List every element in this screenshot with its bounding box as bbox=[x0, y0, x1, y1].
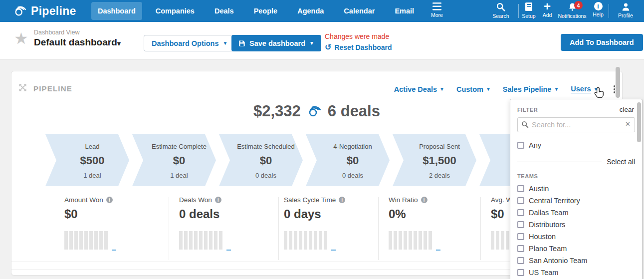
metric-sparkline bbox=[284, 230, 384, 250]
team-option-austin[interactable]: Austin bbox=[517, 183, 635, 195]
pipeline-stage-estimate-scheduled[interactable]: Estimate Scheduled$00 deals bbox=[219, 134, 303, 186]
nav-divider bbox=[609, 4, 609, 18]
checkbox[interactable] bbox=[517, 221, 524, 228]
sparkline-marker bbox=[331, 250, 336, 251]
widget-filter-sales-pipeline[interactable]: Sales Pipeline▼ bbox=[503, 85, 559, 93]
any-checkbox[interactable] bbox=[517, 142, 524, 149]
changes-made-message: Changes were made bbox=[325, 32, 389, 40]
profile-icon bbox=[621, 2, 631, 11]
team-option-houston[interactable]: Houston bbox=[517, 231, 635, 243]
checkbox[interactable] bbox=[517, 209, 524, 216]
sparkline-bar bbox=[289, 231, 292, 250]
sparkline-bar bbox=[199, 231, 203, 250]
stage-deal-count: 0 deals bbox=[316, 172, 390, 179]
move-icon[interactable] bbox=[18, 83, 27, 92]
team-option-us-team[interactable]: US Team bbox=[517, 267, 635, 279]
nav-item-agenda[interactable]: Agenda bbox=[291, 2, 330, 20]
checkbox[interactable] bbox=[517, 185, 524, 192]
nav-search-label: Search bbox=[492, 13, 509, 19]
checkbox[interactable] bbox=[517, 269, 524, 276]
metric-value: 0 days bbox=[284, 207, 384, 221]
filter-panel-scrollbar[interactable] bbox=[637, 102, 641, 142]
filter-any-option[interactable]: Any bbox=[517, 139, 635, 151]
sparkline-marker bbox=[112, 250, 116, 251]
nav-more[interactable]: More bbox=[422, 2, 452, 18]
nav-item-dashboard[interactable]: Dashboard bbox=[91, 2, 142, 20]
sparkline-bar bbox=[94, 231, 98, 250]
undo-icon bbox=[325, 42, 331, 52]
checkbox[interactable] bbox=[517, 245, 524, 252]
filter-label: Sales Pipeline bbox=[503, 85, 552, 93]
filter-label: Custom bbox=[456, 85, 483, 93]
save-icon bbox=[238, 40, 245, 47]
nav-item-email[interactable]: Email bbox=[388, 2, 421, 20]
team-label: San Antonio Team bbox=[529, 257, 587, 265]
widget-filter-active-deals[interactable]: Active Deals▼ bbox=[394, 85, 444, 93]
nav-search[interactable]: Search bbox=[486, 2, 516, 19]
pipeline-stage-estimate-complete[interactable]: Estimate Complete$01 deal bbox=[132, 134, 216, 186]
nav-item-people[interactable]: People bbox=[247, 2, 284, 20]
team-label: US Team bbox=[529, 269, 558, 277]
sparkline-bar bbox=[64, 231, 68, 250]
nav-item-deals[interactable]: Deals bbox=[208, 2, 240, 20]
reset-dashboard-link[interactable]: Reset Dashboard bbox=[325, 42, 392, 52]
chevron-down-icon: ▼ bbox=[554, 87, 559, 92]
sparkline-bar bbox=[399, 231, 402, 250]
metric-label-row: Sales Cycle Time bbox=[284, 196, 384, 204]
checkbox[interactable] bbox=[517, 197, 524, 204]
close-icon[interactable]: ✕ bbox=[625, 120, 631, 128]
stage-name: 4-Negotiation bbox=[316, 143, 390, 150]
nav-profile[interactable]: Profile bbox=[611, 2, 641, 18]
widget-filter-users[interactable]: Users▼ bbox=[571, 85, 598, 93]
pipeline-stage-4-negotiation[interactable]: 4-Negotiation$00 deals bbox=[306, 134, 390, 186]
filter-panel-header: FILTER clear bbox=[517, 106, 634, 113]
team-option-dallas-team[interactable]: Dallas Team bbox=[517, 207, 635, 219]
pipeline-logo-icon bbox=[13, 4, 27, 18]
team-option-central-territory[interactable]: Central Territory bbox=[517, 195, 635, 207]
info-icon[interactable] bbox=[339, 197, 345, 203]
dashboard-toolbar: ★ Dashboard View Default dashboard ▼ Das… bbox=[0, 22, 644, 59]
sparkline-bar bbox=[294, 231, 297, 250]
stage-name: Estimate Complete bbox=[142, 143, 216, 150]
help-icon bbox=[594, 2, 603, 10]
page-scrollbar[interactable] bbox=[616, 67, 620, 98]
sparkline-marker bbox=[436, 250, 440, 251]
nav-item-companies[interactable]: Companies bbox=[149, 2, 201, 20]
team-option-plano-team[interactable]: Plano Team bbox=[517, 243, 635, 255]
sparkline-bar bbox=[79, 231, 83, 250]
brand-name: Pipeline bbox=[31, 4, 76, 18]
team-label: Austin bbox=[529, 185, 549, 193]
metric-value: 0% bbox=[389, 207, 488, 221]
info-icon[interactable] bbox=[106, 197, 113, 203]
select-all-link[interactable]: Select all bbox=[607, 158, 635, 166]
add-to-dashboard-button[interactable]: Add To Dashboard bbox=[561, 34, 643, 51]
stage-name: Proposal Sent bbox=[403, 143, 476, 150]
brand[interactable]: Pipeline bbox=[13, 0, 76, 22]
chevron-down-icon[interactable]: ▼ bbox=[116, 40, 122, 47]
nav-item-calendar[interactable]: Calendar bbox=[337, 2, 381, 20]
pipeline-stage-proposal-sent[interactable]: Proposal Sent$1,5002 deals bbox=[393, 134, 476, 186]
users-filter-panel: FILTER clear ✕ Any Select all TEAMS Aust… bbox=[510, 99, 643, 279]
widget-filter-custom[interactable]: Custom▼ bbox=[456, 85, 491, 93]
team-option-distributors[interactable]: Distributors bbox=[517, 219, 635, 231]
checkbox[interactable] bbox=[517, 233, 524, 240]
info-icon[interactable] bbox=[215, 197, 221, 203]
star-icon[interactable]: ★ bbox=[14, 29, 28, 48]
pipeline-stage-lead[interactable]: Lead$5001 deal bbox=[45, 134, 129, 186]
save-dashboard-button[interactable]: Save dashboard ▼ bbox=[231, 35, 321, 51]
dashboard-view-selector[interactable]: Default dashboard bbox=[34, 37, 117, 48]
sparkline-bar bbox=[324, 231, 327, 250]
checkbox[interactable] bbox=[517, 257, 524, 264]
nav-help-label: Help bbox=[593, 11, 604, 17]
filter-search-input[interactable] bbox=[517, 117, 635, 132]
stage-amount: $0 bbox=[229, 154, 303, 167]
dashboard-options-button[interactable]: Dashboard Options ▼ bbox=[144, 35, 235, 51]
top-nav: Pipeline DashboardCompaniesDealsPeopleAg… bbox=[0, 0, 644, 22]
clear-filter-link[interactable]: clear bbox=[620, 106, 634, 113]
info-icon[interactable] bbox=[421, 197, 428, 203]
team-label: Distributors bbox=[529, 221, 565, 229]
team-option-san-antonio-team[interactable]: San Antonio Team bbox=[517, 255, 635, 267]
metric-sales-cycle-time: Sales Cycle Time0 days bbox=[284, 196, 384, 250]
sparkline-bar bbox=[219, 231, 222, 250]
metric-label: Sales Cycle Time bbox=[284, 196, 336, 204]
